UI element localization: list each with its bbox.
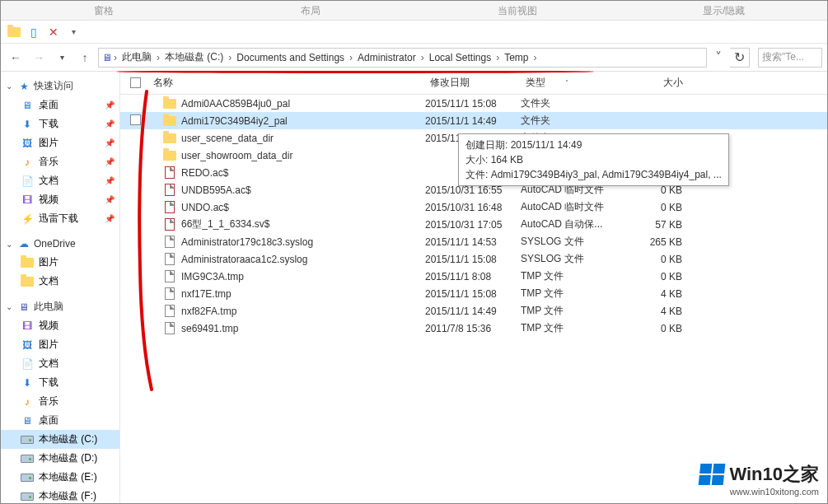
breadcrumb-item[interactable]: Documents and Settings: [233, 52, 348, 63]
tooltip-line: 创建日期: 2015/11/1 14:49: [465, 138, 722, 152]
sidebar-group-thispc: ⌄ 🖥 此电脑 🎞视频🖼图片📄文档⬇下载♪音乐🖥桌面本地磁盘 (C:)本地磁盘 …: [1, 297, 119, 503]
file-type: AutoCAD 自动保...: [521, 217, 615, 231]
table-row[interactable]: nxf82FA.tmp2015/11/1 14:49TMP 文件4 KB: [120, 302, 827, 320]
table-row[interactable]: Administratoraaca1c2.syslog2015/11/1 15:…: [120, 250, 827, 268]
column-type[interactable]: 类型˄: [521, 76, 615, 90]
chevron-right-icon[interactable]: [348, 52, 354, 63]
watermark-url: www.win10xitong.com: [699, 487, 819, 497]
sidebar-item[interactable]: 图片: [1, 253, 119, 272]
address-row: ← → ▾ ↑ 🖥 此电脑 本地磁盘 (C:) Documents and Se…: [1, 44, 827, 72]
breadcrumb-item[interactable]: 此电脑: [119, 50, 155, 64]
properties-icon[interactable]: ▯: [26, 24, 42, 40]
file-type: TMP 文件: [521, 287, 615, 301]
file-size: 265 KB: [615, 236, 689, 248]
delete-icon[interactable]: ✕: [45, 24, 62, 40]
file-name: REDO.ac$: [181, 167, 228, 179]
sidebar-item[interactable]: 本地磁盘 (D:): [1, 449, 119, 468]
pictures-icon: 🖼: [21, 137, 34, 150]
column-size[interactable]: 大小: [615, 76, 689, 90]
history-dropdown[interactable]: ▾: [52, 48, 72, 68]
sidebar-item[interactable]: ⬇下载📌: [1, 114, 119, 133]
ribbon-tab[interactable]: 窗格: [1, 1, 208, 20]
file-name: user_showroom_data_dir: [181, 150, 292, 161]
row-checkbox[interactable]: [120, 114, 148, 128]
file-rows: Admi0AAC859B4ju0_pal2015/11/1 15:08文件夹Ad…: [120, 95, 827, 337]
address-bar[interactable]: 🖥 此电脑 本地磁盘 (C:) Documents and Settings A…: [98, 48, 707, 68]
sidebar-item[interactable]: 🖼图片📌: [1, 133, 119, 152]
sidebar-item-label: 本地磁盘 (F:): [39, 489, 96, 503]
table-row[interactable]: Administrator179c18c3.syslog2015/11/1 14…: [120, 233, 827, 250]
chevron-right-icon[interactable]: [532, 52, 539, 63]
sidebar-item[interactable]: 本地磁盘 (F:): [1, 487, 119, 503]
search-input[interactable]: 搜索"Te...: [758, 48, 822, 68]
sidebar-item[interactable]: 本地磁盘 (E:): [1, 468, 119, 487]
sidebar-head-quick[interactable]: ⌄ ★ 快速访问: [1, 77, 119, 96]
column-checkbox[interactable]: [120, 77, 148, 88]
table-row[interactable]: IMG9C3A.tmp2015/11/1 8:08TMP 文件0 KB: [120, 268, 827, 285]
breadcrumb-item[interactable]: 本地磁盘 (C:): [161, 50, 227, 64]
up-button[interactable]: ↑: [75, 48, 95, 68]
chevron-right-icon[interactable]: [494, 52, 501, 63]
sidebar-item[interactable]: 文档: [1, 272, 119, 291]
documents-icon: 📄: [21, 357, 34, 371]
table-row[interactable]: Admi179C349B4iy2_pal2015/11/1 14:49文件夹: [120, 112, 827, 129]
column-headers: 名称 修改日期 类型˄ 大小: [120, 72, 827, 95]
file-icon: [163, 305, 176, 318]
ribbon-tab[interactable]: 布局: [208, 1, 414, 20]
refresh-button[interactable]: ↻: [730, 48, 750, 68]
music-icon: ♪: [21, 156, 34, 169]
sidebar-item[interactable]: 本地磁盘 (C:): [1, 430, 119, 449]
breadcrumb-item[interactable]: Local Settings: [426, 52, 494, 63]
sidebar-item-label: 视频: [39, 193, 58, 207]
column-name[interactable]: 名称: [148, 76, 425, 90]
ribbon-tab[interactable]: 显示/隐藏: [620, 1, 827, 20]
sidebar-item[interactable]: ⬇下载: [1, 373, 119, 392]
sidebar-item[interactable]: 🎞视频📌: [1, 190, 119, 209]
table-row[interactable]: 66型_1_1_6334.sv$2015/10/31 17:05AutoCAD …: [120, 216, 827, 233]
breadcrumb-item[interactable]: Temp: [501, 52, 531, 63]
chevron-right-icon[interactable]: [419, 52, 426, 63]
sidebar-head-onedrive[interactable]: ⌄ ☁ OneDrive: [1, 235, 119, 253]
sidebar-item[interactable]: ♪音乐📌: [1, 152, 119, 171]
sidebar-item[interactable]: 🖼图片: [1, 335, 119, 354]
file-size: 4 KB: [615, 288, 689, 300]
qat-dropdown-icon[interactable]: ▾: [65, 24, 82, 40]
file-name: se69491.tmp: [181, 323, 238, 334]
file-icon: [163, 236, 176, 249]
forward-button[interactable]: →: [29, 48, 49, 68]
chevron-right-icon[interactable]: [155, 52, 161, 63]
quick-access-toolbar: ▯ ✕ ▾: [1, 21, 827, 44]
sidebar-head-thispc[interactable]: ⌄ 🖥 此电脑: [1, 297, 119, 316]
nav-sidebar[interactable]: ⌄ ★ 快速访问 🖥桌面📌⬇下载📌🖼图片📌♪音乐📌📄文档📌🎞视频📌⚡迅雷下载📌 …: [1, 72, 120, 503]
watermark-brand: Win10之家: [729, 462, 819, 487]
documents-icon: 📄: [21, 175, 34, 188]
pin-icon: 📌: [105, 176, 115, 185]
sidebar-item[interactable]: 🖥桌面: [1, 411, 119, 430]
drive-icon: [21, 471, 34, 484]
folder-icon: [163, 132, 176, 145]
chevron-right-icon[interactable]: [227, 52, 233, 63]
folder-icon: [163, 97, 176, 110]
table-row[interactable]: Admi0AAC859B4ju0_pal2015/11/1 15:08文件夹: [120, 95, 827, 112]
file-name: Administrator179c18c3.syslog: [181, 236, 313, 248]
breadcrumb-item[interactable]: Administrator: [354, 52, 419, 63]
ribbon-tab[interactable]: 当前视图: [414, 1, 621, 20]
sidebar-item[interactable]: 🎞视频: [1, 316, 119, 335]
sidebar-item[interactable]: 📄文档: [1, 354, 119, 373]
sidebar-item-label: 迅雷下载: [39, 212, 78, 226]
back-button[interactable]: ←: [6, 48, 26, 68]
sidebar-item[interactable]: ♪音乐: [1, 392, 119, 411]
sidebar-item[interactable]: 🖥桌面📌: [1, 96, 119, 114]
pc-icon: 🖥: [17, 301, 30, 314]
chevron-right-icon[interactable]: [112, 52, 119, 63]
sidebar-item[interactable]: 📄文档📌: [1, 171, 119, 190]
sidebar-item[interactable]: ⚡迅雷下载📌: [1, 209, 119, 228]
table-row[interactable]: se69491.tmp2011/7/8 15:36TMP 文件0 KB: [120, 320, 827, 337]
table-row[interactable]: nxf17E.tmp2015/11/1 15:08TMP 文件4 KB: [120, 285, 827, 302]
table-row[interactable]: UNDO.ac$2015/10/31 16:48AutoCAD 临时文件0 KB: [120, 198, 827, 216]
sidebar-item-label: 下载: [39, 376, 58, 390]
address-dropdown[interactable]: ˅: [710, 49, 727, 65]
column-date[interactable]: 修改日期: [425, 76, 521, 90]
drive-icon: [21, 452, 34, 465]
watermark: Win10之家 www.win10xitong.com: [699, 462, 819, 497]
